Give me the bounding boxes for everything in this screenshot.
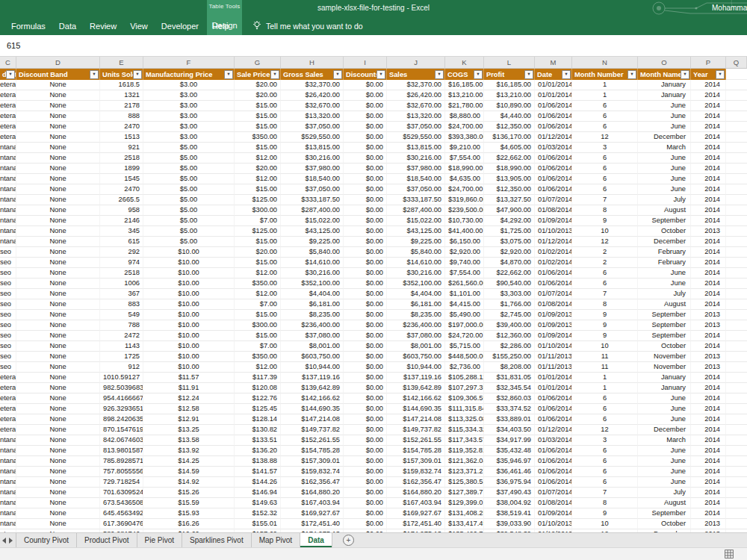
cell[interactable]: $2,745.00 <box>484 310 535 320</box>
cell[interactable]: $0.00 <box>344 404 387 414</box>
cell[interactable]: $4,870.00 <box>484 258 535 268</box>
cell[interactable]: $169,927.67 <box>387 508 445 519</box>
cell[interactable]: $32,370.00 <box>387 80 445 90</box>
cell[interactable] <box>726 310 747 320</box>
cell[interactable]: $22,662.00 <box>484 153 535 164</box>
cell[interactable]: $16,185.00 <box>484 80 535 90</box>
cell[interactable]: $10.00 <box>143 268 235 279</box>
cell[interactable]: $20.00 <box>235 164 281 174</box>
cell[interactable]: June <box>638 184 691 195</box>
cell[interactable]: $120.08 <box>235 383 281 393</box>
cell[interactable]: $0.00 <box>344 352 387 362</box>
cell[interactable]: $21,780.00 <box>445 101 484 111</box>
filter-dropdown-icon[interactable]: ▼ <box>376 70 385 79</box>
cell[interactable]: 2014 <box>691 111 726 122</box>
cell[interactable] <box>726 205 747 216</box>
cell[interactable]: 6 <box>572 279 638 289</box>
formula-bar[interactable]: 615 <box>0 35 747 57</box>
sheet-tab-map-pivot[interactable]: Map Pivot <box>252 533 300 547</box>
cell[interactable]: $127,389.77 <box>445 488 484 498</box>
cell[interactable]: 2518 <box>100 153 143 164</box>
cell[interactable]: $10,944.00 <box>281 362 344 373</box>
cell[interactable]: $10,730.00 <box>445 216 484 226</box>
cell[interactable]: $13,815.00 <box>387 143 445 153</box>
cell[interactable]: $0.00 <box>344 383 387 393</box>
cell[interactable]: $11.57 <box>143 373 235 383</box>
cell[interactable]: $15.00 <box>235 237 281 247</box>
cell[interactable]: 2014 <box>691 488 726 498</box>
cell[interactable]: $236,400.00 <box>281 320 344 331</box>
filter-dropdown-icon[interactable]: ▼ <box>562 70 571 79</box>
cell[interactable]: $5.00 <box>143 143 235 153</box>
cell[interactable]: 2014 <box>691 467 726 477</box>
cell[interactable] <box>726 237 747 247</box>
sheet-tab-sparklines-pivot[interactable]: Sparklines Pivot <box>182 533 252 547</box>
cell[interactable]: 01/06/2014 <box>535 101 572 111</box>
cell[interactable]: None <box>16 279 100 289</box>
cell[interactable]: $0.00 <box>344 174 387 184</box>
cell[interactable] <box>726 383 747 393</box>
cell[interactable]: $37,050.00 <box>387 184 445 195</box>
cell[interactable]: 01/06/2014 <box>535 414 572 425</box>
cell[interactable]: $5.00 <box>143 195 235 205</box>
cell[interactable]: June <box>638 111 691 122</box>
cell[interactable]: $0.00 <box>344 153 387 164</box>
cell[interactable]: 01/02/2014 <box>535 247 572 258</box>
cell[interactable]: 549 <box>100 310 143 320</box>
cell[interactable]: 6 <box>572 446 638 456</box>
cell[interactable]: $147,214.08 <box>281 414 344 425</box>
cell[interactable]: $1,101.00 <box>445 289 484 299</box>
cell[interactable]: $10.00 <box>143 299 235 310</box>
cell[interactable]: $139,642.89 <box>387 383 445 393</box>
cell[interactable]: $350.00 <box>235 352 281 362</box>
cell[interactable]: $37,980.00 <box>281 164 344 174</box>
cell[interactable]: 912 <box>100 362 143 373</box>
cell[interactable]: $0.00 <box>344 195 387 205</box>
cell[interactable]: $8,001.00 <box>387 341 445 352</box>
cell[interactable]: 2013 <box>691 519 726 529</box>
cell[interactable]: $5,840.00 <box>387 247 445 258</box>
cell[interactable]: $20.00 <box>235 80 281 90</box>
cell[interactable]: 2014 <box>691 195 726 205</box>
cell[interactable]: 01/08/2014 <box>535 205 572 216</box>
cell[interactable]: 2014 <box>691 132 726 143</box>
cell[interactable]: $10.00 <box>143 341 235 352</box>
cell[interactable]: $15.00 <box>235 101 281 111</box>
cell[interactable]: 01/08/2014 <box>535 498 572 508</box>
cell[interactable]: $0.00 <box>344 122 387 132</box>
cell[interactable]: seo <box>0 331 16 341</box>
cell[interactable]: $2,736.00 <box>445 362 484 373</box>
cell[interactable]: 01/09/2013 <box>535 320 572 331</box>
cell[interactable]: 2472 <box>100 331 143 341</box>
cell[interactable]: $39,400.00 <box>484 320 535 331</box>
cell[interactable]: None <box>16 299 100 310</box>
cell[interactable]: None <box>16 174 100 184</box>
cell[interactable]: $18,990.00 <box>445 164 484 174</box>
cell[interactable]: June <box>638 268 691 279</box>
cell[interactable]: etera <box>0 90 16 101</box>
cell[interactable]: $26,420.00 <box>281 90 344 101</box>
cell[interactable]: None <box>16 205 100 216</box>
cell[interactable]: None <box>16 373 100 383</box>
cell[interactable]: 888 <box>100 111 143 122</box>
cell[interactable]: 3 <box>572 143 638 153</box>
cell[interactable]: June <box>638 446 691 456</box>
cell[interactable]: $33,889.01 <box>484 414 535 425</box>
cell[interactable]: $0.00 <box>344 216 387 226</box>
cell[interactable]: $0.00 <box>344 477 387 488</box>
table-header-cell[interactable]: Sale Price▼ <box>235 69 281 80</box>
column-header-j[interactable]: J <box>387 57 445 69</box>
cell[interactable] <box>726 404 747 414</box>
cell[interactable]: None <box>16 519 100 529</box>
cell[interactable]: $5,490.00 <box>445 310 484 320</box>
cell[interactable] <box>726 435 747 446</box>
cell[interactable]: 788 <box>100 320 143 331</box>
sheet-nav-right-icon[interactable] <box>9 538 13 544</box>
cell[interactable]: etera <box>0 80 16 90</box>
column-header-k[interactable]: K <box>445 57 484 69</box>
cell[interactable]: $149.63 <box>235 498 281 508</box>
cell[interactable] <box>726 352 747 362</box>
cell[interactable]: 2014 <box>691 216 726 226</box>
cell[interactable]: $0.00 <box>344 498 387 508</box>
cell[interactable]: 2013 <box>691 362 726 373</box>
